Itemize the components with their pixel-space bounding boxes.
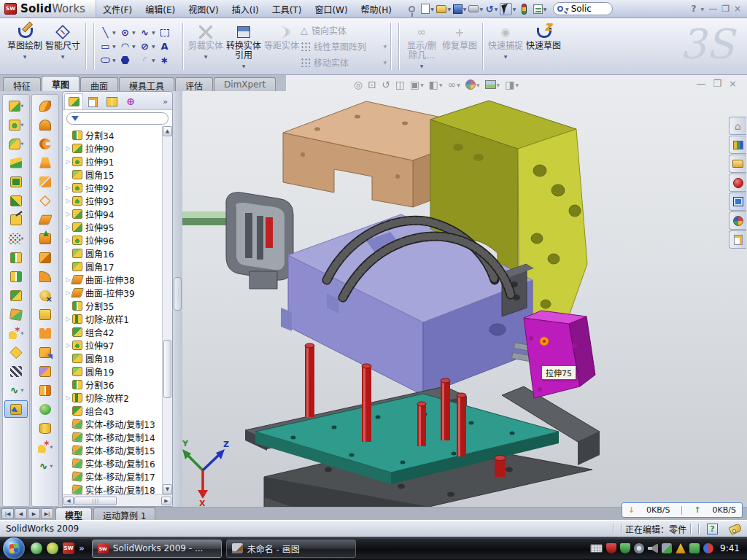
scroll-right-arrow[interactable]: ▶ [161,497,171,505]
ribbon-button-snaps[interactable]: ◉快速捕捉▼ [487,20,525,73]
tree-filter-input[interactable] [66,112,169,125]
menu-f[interactable]: 文件(F) [96,1,139,18]
point-feature-dropdown[interactable]: ▼ [21,331,24,335]
feature-tree-item[interactable]: 实体-移动/复制13 [64,417,172,430]
feature-tree-item[interactable]: ▷拉伸91 [64,155,172,168]
print-button[interactable]: ▼ [468,2,483,16]
splitter-handle[interactable]: ···· [174,277,182,311]
feature-tree-item[interactable]: ▷拉伸97 [64,338,172,351]
point-feature-button[interactable]: ▼ [4,324,28,342]
slot-dropdown[interactable]: ▼ [112,58,118,63]
feature-tree-item[interactable]: 分割36 [64,378,172,391]
tab-scroll-prev[interactable]: ◀ [15,508,27,519]
untrim-surface-button[interactable] [34,343,57,361]
view-orientation-dropdown[interactable]: ▼ [420,82,424,88]
delete-hole-button[interactable] [34,287,57,304]
search-scope-dropdown[interactable]: ▼ [565,7,569,12]
combine-button[interactable] [4,287,28,304]
menu-w[interactable]: 窗口(W) [308,1,354,18]
apply-scene-dropdown[interactable]: ▼ [497,82,500,88]
rectangle-dropdown[interactable]: ▼ [112,44,118,49]
move-copy-body-button[interactable] [4,306,28,323]
dropdown-线性草图阵列[interactable]: ▼ [383,44,387,49]
hole-wizard-button[interactable] [4,211,28,228]
curve-dropdown[interactable]: ▼ [21,388,24,392]
spline-dropdown[interactable]: ▼ [152,30,158,35]
tab-DimXpert[interactable]: DimXpert [214,77,276,91]
pattern-button[interactable]: ▼ [4,230,28,247]
doc-close-button[interactable]: × [729,78,737,89]
thunder-icon[interactable] [47,542,58,554]
extrude-cut-button[interactable]: ▼ [4,116,28,133]
edit-appearance-button[interactable]: ▼ [464,79,481,90]
quick-tips-icon[interactable]: ? [707,524,718,534]
doc-restore-button[interactable]: ❐ [713,78,721,89]
flex-bend-button[interactable] [34,268,57,285]
mid-surface-button[interactable] [34,381,57,399]
feature-tree-item[interactable]: 组合42 [64,325,172,338]
reference-point-dropdown[interactable]: ▼ [50,445,53,449]
feature-tree-item[interactable]: ▷拉伸90 [64,141,172,155]
feature-tree-item[interactable]: ▷拉伸94 [64,207,172,220]
custom-properties-tab[interactable] [729,230,746,249]
fillet-dropdown[interactable]: ▼ [21,141,24,146]
home-tab[interactable]: ⌂ [729,117,746,135]
hide-show-items-button[interactable]: ∞▼ [446,78,462,91]
offset-surface-button[interactable] [34,192,57,209]
ribbon-button-repair[interactable]: +修复草图 [441,20,479,73]
dropdown-sketch[interactable]: ▼ [23,52,27,61]
planar-surface-button[interactable] [34,211,57,228]
health-icon[interactable] [689,543,700,553]
quick-launch-chevron[interactable]: » [79,543,85,553]
dome-button[interactable] [34,400,57,418]
arc-dropdown[interactable]: ▼ [132,44,138,49]
expand-arrow[interactable]: ▷ [64,316,72,322]
restore-button[interactable]: ❐ [721,4,729,14]
ribbon-button-rapid[interactable]: 快速草图 [525,20,562,73]
ruled-surface-button[interactable] [34,362,57,380]
design-library-tab[interactable] [729,136,746,154]
help-button[interactable]: ? [692,4,697,14]
tab-configuration-manager[interactable] [102,93,121,109]
expand-arrow[interactable]: ▷ [64,211,72,217]
line-icon[interactable]: ╲ [99,27,112,39]
chamfer-wedge-button[interactable] [4,154,28,171]
tab-曲面[interactable]: 曲面 [80,77,118,91]
edit-appearance-dropdown[interactable]: ▼ [476,82,480,88]
spline-icon[interactable]: ∿ [139,27,151,39]
hide-show-items-dropdown[interactable]: ▼ [457,82,460,88]
expand-arrow[interactable]: ▷ [64,394,72,401]
close-button[interactable]: × [734,4,741,14]
zoom-fit-button[interactable]: ◎ [352,78,364,91]
solidworks-resources-tab[interactable] [729,174,746,192]
feature-tree-item[interactable]: 圆角15 [64,168,172,181]
doc-tab-模型[interactable]: 模型 [55,508,92,520]
feature-tree-item[interactable]: ▷曲面-拉伸38 [64,273,172,286]
extend-surface-button[interactable] [34,230,57,247]
expand-arrow[interactable]: ▷ [64,198,72,204]
boundary-surface-button[interactable] [34,154,57,171]
graphics-viewport[interactable]: Y Z X ◎⊡↺◫▣▼◧▼∞▼▼▼◨▼ — ❐ × ⌂ 拉伸75 [182,75,747,507]
menu-t[interactable]: 工具(T) [266,1,309,18]
solidworks-quicklaunch-icon[interactable]: SW [63,542,74,554]
previous-view-button[interactable]: ↺ [380,78,392,91]
view-settings-button[interactable]: ◨▼ [503,78,520,91]
tab-模具工具[interactable]: 模具工具 [119,77,174,91]
scroll-left-arrow[interactable]: ◀ [63,497,74,505]
appearances-scenes-tab[interactable] [729,211,746,230]
feature-tree-item[interactable]: ▷拉伸95 [64,220,172,233]
feature-tree-item[interactable]: 实体-移动/复制16 [64,456,172,470]
menu-v[interactable]: 视图(V) [182,1,225,18]
feature-tree-item[interactable]: 圆角18 [64,351,172,365]
scroll-down-arrow[interactable]: ▼ [163,484,172,494]
filled-surface-button[interactable] [34,173,57,190]
ellipse-icon[interactable]: ⊘ [139,41,151,52]
tag-icon[interactable] [728,523,742,535]
circle-dropdown[interactable]: ▼ [132,30,138,35]
feature-tree-item[interactable]: ▷切除-放样1 [64,312,172,325]
search-input[interactable] [571,4,606,14]
select-region-icon[interactable] [158,27,171,39]
feature-tree-item[interactable]: ▷切除-放样2 [64,391,172,404]
view-orientation-button[interactable]: ▣▼ [409,78,425,91]
feature-tree-item[interactable]: 分割35 [64,299,172,312]
